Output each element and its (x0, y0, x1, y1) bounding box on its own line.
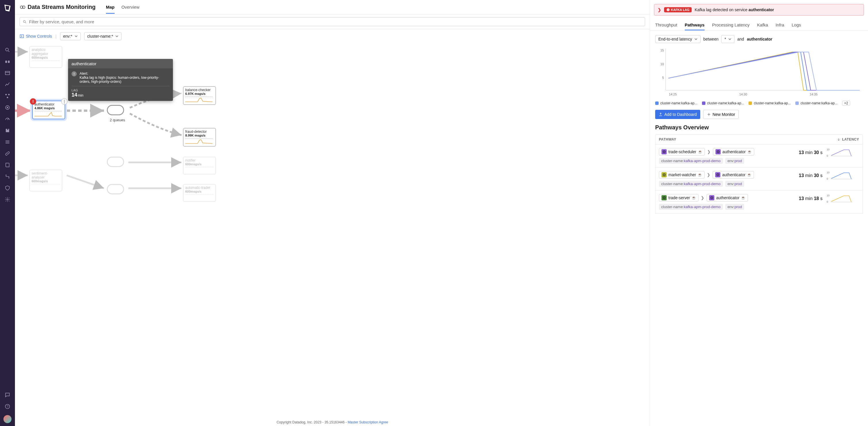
node-automatic-trader[interactable]: automatic-trader 600msgs/s (183, 184, 216, 202)
flow-icon[interactable] (5, 174, 10, 179)
page-title: Data Streams Monitoring (28, 4, 96, 10)
chat-icon[interactable] (5, 392, 10, 398)
latency-value: 13 min 30 s (799, 150, 823, 155)
chevron-down-icon (694, 38, 698, 40)
pathway-row[interactable]: ⚙ market-watcher ☕ ❯ ⚙ authenticator ☕ c… (655, 168, 863, 191)
queue-icon[interactable] (107, 184, 124, 194)
service-chip[interactable]: ⚙ trade-server ☕ (659, 194, 699, 201)
top-tabs: Map Overview (106, 1, 140, 13)
pathway-row[interactable]: ⚙ trade-scheduler ☕ ❯ ⚙ authenticator ☕ … (655, 145, 863, 168)
service-icon: ⚙ (709, 195, 714, 200)
gear-icon[interactable] (5, 197, 10, 202)
cluster-tag[interactable]: cluster-name:kafka-apm-prod-demo (659, 158, 723, 164)
alert-badge-icon: ! (30, 98, 36, 105)
cluster-tag[interactable]: cluster-name:kafka-apm-prod-demo (659, 181, 723, 187)
service-icon: ⚙ (715, 172, 720, 177)
metrics-icon[interactable] (5, 82, 10, 87)
service-chip[interactable]: ⚙ authenticator ☕ (707, 194, 748, 201)
node-balance-checker[interactable]: balance-checker 6.97K msgs/s (183, 86, 216, 105)
node-fraud-detector[interactable]: fraud-detector 8.99K msgs/s (183, 128, 216, 147)
tab-kafka[interactable]: Kafka (757, 20, 768, 30)
infra-icon[interactable] (5, 93, 10, 99)
svg-text:?: ? (7, 405, 8, 408)
panel-icon (20, 34, 24, 38)
java-icon: ☕ (698, 173, 702, 177)
node-authenticator[interactable]: ! ⋮ authenticator 4.86K msgs/s (32, 101, 65, 119)
avatar[interactable] (3, 415, 11, 423)
latency-source-select[interactable]: * (721, 35, 734, 43)
node-analytics-aggregator[interactable]: analytics-aggregator 600msgs/s (29, 46, 62, 68)
service-chip[interactable]: ⚙ authenticator ☕ (713, 148, 754, 155)
map-canvas[interactable]: analytics-aggregator 600msgs/s ! ⋮ authe… (15, 43, 650, 426)
pathway-row[interactable]: ⚙ trade-server ☕ ❯ ⚙ authenticator ☕ clu… (655, 191, 863, 214)
chart-legend: cluster-name:kafka-ap... cluster-name:ka… (655, 101, 863, 106)
svg-point-0 (5, 48, 8, 51)
chevron-right-icon: ❯ (707, 149, 711, 154)
tab-throughput[interactable]: Throughput (655, 20, 677, 30)
mini-chart: 10 0 (827, 148, 852, 157)
shield-icon[interactable] (5, 185, 10, 191)
filter-field[interactable] (29, 19, 642, 24)
node-menu-icon[interactable]: ⋮ (61, 98, 67, 105)
queue-icon[interactable] (107, 157, 124, 167)
footer-link[interactable]: Master Subscription Agree (347, 420, 388, 424)
add-dashboard-button[interactable]: Add to Dashboard (655, 110, 700, 119)
node-notifier[interactable]: notifier 600msgs/s (183, 157, 216, 174)
tab-overview[interactable]: Overview (122, 1, 140, 13)
left-nav: ? (0, 0, 15, 426)
new-monitor-button[interactable]: New Monitor (703, 110, 739, 119)
node-sentiment-analyser[interactable]: sentiment-analyser 600msgs/s (29, 170, 62, 192)
service-chip[interactable]: ⚙ authenticator ☕ (713, 171, 754, 178)
svg-rect-2 (5, 61, 7, 63)
latency-metric-select[interactable]: End-to-end latency (655, 35, 701, 43)
gauge-icon[interactable] (5, 116, 10, 122)
queue-icon[interactable] (107, 105, 124, 115)
book-icon[interactable] (5, 162, 10, 168)
tab-pathways[interactable]: Pathways (685, 20, 705, 30)
chevron-down-icon (728, 38, 731, 40)
cluster-tag[interactable]: cluster-name:kafka-apm-prod-demo (659, 204, 723, 210)
link-icon[interactable] (5, 151, 10, 157)
java-icon: ☕ (747, 150, 752, 154)
java-icon: ☕ (698, 150, 702, 154)
tab-processing-latency[interactable]: Processing Latency (712, 20, 750, 30)
env-tag[interactable]: env:prod (725, 204, 744, 210)
upload-icon (659, 112, 663, 116)
node-tooltip: authenticator ! Alert: Kafka lag is high… (68, 59, 173, 101)
svg-text:15: 15 (660, 49, 664, 52)
binoculars-icon[interactable] (5, 59, 10, 64)
panel-tabs: Throughput Pathways Processing Latency K… (650, 20, 868, 30)
cluster-filter[interactable]: cluster-name:* (84, 32, 122, 40)
queue-label: 2 queues (110, 118, 125, 122)
alert-pill: ! KAFKA LAG (664, 7, 692, 12)
search-icon[interactable] (5, 47, 10, 53)
svg-text:14:35: 14:35 (810, 92, 818, 96)
latency-sort[interactable]: LATENCY (837, 137, 859, 141)
legend-overflow[interactable]: +2 (842, 101, 850, 106)
env-tag[interactable]: env:prod (725, 158, 744, 164)
page-header: Data Streams Monitoring Map Overview (15, 0, 650, 15)
chevron-right-icon: ❯ (707, 172, 710, 177)
help-icon[interactable]: ? (5, 404, 10, 409)
tab-map[interactable]: Map (106, 1, 115, 13)
svg-text:0: 0 (827, 154, 828, 157)
java-icon: ☕ (692, 196, 696, 200)
svg-text:10: 10 (660, 62, 664, 66)
tab-infra[interactable]: Infra (776, 20, 784, 30)
list-icon[interactable] (5, 139, 10, 145)
service-chip[interactable]: ⚙ market-watcher ☕ (659, 171, 705, 178)
java-icon: ☕ (741, 196, 745, 200)
svg-text:0: 0 (827, 177, 828, 180)
latency-value: 13 min 30 s (799, 173, 823, 178)
svg-rect-4 (5, 71, 10, 75)
filter-input[interactable] (20, 17, 645, 26)
expand-alert-icon[interactable]: ❯ (658, 7, 661, 12)
service-chip[interactable]: ⚙ trade-scheduler ☕ (659, 148, 705, 155)
show-controls-toggle[interactable]: Show Controls (20, 34, 52, 38)
tab-logs[interactable]: Logs (792, 20, 801, 30)
dashboard-icon[interactable] (5, 70, 10, 76)
puzzle-icon[interactable] (5, 127, 10, 133)
env-filter[interactable]: env:* (60, 32, 81, 40)
apm-icon[interactable] (5, 105, 10, 110)
env-tag[interactable]: env:prod (725, 181, 744, 187)
